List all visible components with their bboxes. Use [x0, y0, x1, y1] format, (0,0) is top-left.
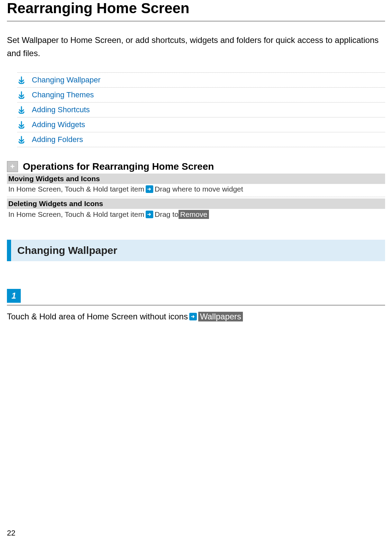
toc-item-adding-widgets[interactable]: Adding Widgets	[17, 117, 385, 132]
wallpapers-badge: Wallpapers	[198, 312, 243, 321]
arrow-right-icon	[146, 185, 153, 193]
toc-item-changing-themes[interactable]: Changing Themes	[17, 88, 385, 103]
down-arrow-icon	[17, 91, 26, 99]
section-changing-wallpaper: Changing Wallpaper	[7, 240, 385, 261]
down-arrow-icon	[17, 76, 26, 84]
page-number: 22	[7, 529, 15, 538]
table-of-contents: Changing Wallpaper Changing Themes Addin…	[17, 72, 385, 147]
toc-item-adding-folders[interactable]: Adding Folders	[17, 132, 385, 147]
step-text-part1: Touch & Hold area of Home Screen without…	[7, 312, 188, 321]
intro-text: Set Wallpaper to Home Screen, or add sho…	[7, 34, 385, 60]
operation-moving: Moving Widgets and Icons In Home Screen,…	[7, 174, 385, 197]
operation-deleting: Deleting Widgets and Icons In Home Scree…	[7, 198, 385, 222]
step-number-badge: 1	[7, 289, 21, 303]
op-text-part1: In Home Screen, Touch & Hold target item	[8, 185, 144, 193]
op-text-part2: Drag where to move widget	[155, 185, 243, 193]
down-arrow-icon	[17, 106, 26, 114]
operation-description: In Home Screen, Touch & Hold target item…	[7, 209, 385, 222]
step-instruction: Touch & Hold area of Home Screen without…	[7, 312, 385, 321]
arrow-right-icon	[146, 211, 153, 218]
toc-item-adding-shortcuts[interactable]: Adding Shortcuts	[17, 103, 385, 117]
op-text-part1: In Home Screen, Touch & Hold target item	[8, 210, 144, 219]
plus-icon: +	[7, 161, 18, 172]
operation-title: Moving Widgets and Icons	[7, 174, 385, 184]
toc-link[interactable]: Changing Wallpaper	[32, 76, 101, 85]
toc-link[interactable]: Changing Themes	[32, 90, 94, 99]
toc-link[interactable]: Adding Shortcuts	[32, 105, 90, 114]
remove-badge: Remove	[179, 210, 209, 219]
operations-heading: + Operations for Rearranging Home Screen	[7, 161, 385, 172]
toc-link[interactable]: Adding Widgets	[32, 120, 85, 129]
page-title: Rearranging Home Screen	[7, 0, 385, 21]
arrow-right-icon	[189, 313, 197, 320]
operation-title: Deleting Widgets and Icons	[7, 198, 385, 209]
step-marker-row: 1	[7, 289, 385, 306]
toc-item-changing-wallpaper[interactable]: Changing Wallpaper	[17, 73, 385, 88]
down-arrow-icon	[17, 135, 26, 144]
operation-description: In Home Screen, Touch & Hold target item…	[7, 184, 385, 197]
toc-link[interactable]: Adding Folders	[32, 135, 83, 144]
op-text-part2: Drag to	[155, 210, 179, 219]
down-arrow-icon	[17, 121, 26, 129]
operations-heading-text: Operations for Rearranging Home Screen	[23, 161, 214, 172]
